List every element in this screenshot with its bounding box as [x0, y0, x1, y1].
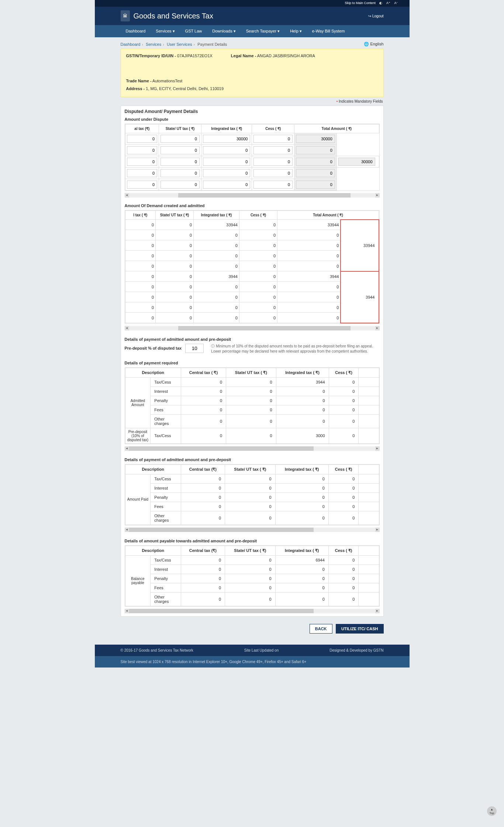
crumb-user-services[interactable]: User Services [167, 42, 192, 47]
hscroll[interactable]: ◄► [125, 193, 380, 198]
nav-help[interactable]: Help ▾ [285, 25, 307, 37]
crumb-services[interactable]: Services [146, 42, 161, 47]
font-minus[interactable]: A⁻ [394, 1, 398, 5]
back-button[interactable]: BACK [310, 624, 332, 634]
footer: © 2016-17 Goods and Services Tax Network… [95, 645, 410, 656]
mandatory-note: • Indicates Mandatory Fields [121, 97, 384, 106]
dispute-input[interactable] [253, 146, 293, 154]
dispute-input[interactable] [127, 169, 158, 177]
payment-required-table: Description Central tax ( ₹)State/ UT ta… [125, 368, 379, 444]
entity-info-box: GSTIN/Temporary ID/UIN - 07AJIPA1572EO1X… [121, 49, 384, 97]
pd-label: Pre-deposit % of disputed tax [125, 346, 182, 350]
topbar: Skip to Main Content ◐ A⁺ A⁻ [95, 0, 410, 7]
dispute-input[interactable] [203, 169, 251, 177]
logout-link[interactable]: ↪ Logout [368, 14, 383, 18]
demand-table: l tax ( ₹) State/ UT tax ( ₹) Integrated… [125, 210, 379, 323]
footer-viewport-note: Site best viewed at 1024 x 768 resolutio… [95, 656, 410, 668]
balance-payable-table: Description Central tax (₹)State/ UT tax… [125, 546, 379, 606]
dispute-input[interactable] [203, 146, 251, 154]
nav-services[interactable]: Services ▾ [151, 25, 180, 37]
hscroll[interactable]: ◄► [125, 446, 380, 451]
dispute-input[interactable] [127, 181, 158, 189]
nav-search[interactable]: Search Taxpayer ▾ [241, 25, 285, 37]
font-plus[interactable]: A⁺ [386, 1, 390, 5]
dispute-input[interactable] [253, 158, 293, 166]
pd-input[interactable] [185, 344, 204, 353]
dispute-input[interactable] [253, 169, 293, 177]
nav-gstlaw[interactable]: GST Law [180, 25, 207, 37]
dispute-input[interactable] [127, 146, 158, 154]
dispute-input[interactable] [203, 135, 251, 143]
amount-paid-table: Description Central tax (₹)State/ UT tax… [125, 464, 379, 525]
dispute-input[interactable] [253, 135, 293, 143]
navbar: Dashboard Services ▾ GST Law Downloads ▾… [95, 25, 410, 37]
contrast-icon[interactable]: ◐ [379, 1, 382, 5]
nav-downloads[interactable]: Downloads ▾ [207, 25, 241, 37]
dispute-input[interactable] [203, 158, 251, 166]
dispute-input[interactable] [203, 181, 251, 189]
breadcrumb: Dashboard› Services› User Services› Paym… [121, 40, 384, 49]
crumb-current: Payment Details [197, 42, 227, 47]
amount-paid-heading: Details of payment of admitted amount an… [121, 454, 383, 464]
lang-select[interactable]: 🌐 English [364, 42, 383, 47]
dispute-input[interactable] [160, 169, 200, 177]
dispute-input[interactable] [160, 135, 200, 143]
dispute-input[interactable] [160, 158, 200, 166]
nav-dashboard[interactable]: Dashboard [121, 25, 151, 37]
pre-deposit-heading: Details of payment of admitted amount an… [121, 333, 383, 344]
hscroll[interactable]: ◄► [125, 609, 380, 613]
payment-required-heading: Details of payment required [121, 357, 383, 367]
balance-payable-heading: Details of amount payable towards admitt… [121, 535, 383, 545]
nav-eway[interactable]: e-Way Bill System [307, 25, 350, 37]
dispute-input[interactable] [127, 135, 158, 143]
hscroll[interactable]: ◄► [125, 528, 380, 532]
header: 🏛 Goods and Services Tax ↪ Logout [95, 7, 410, 25]
disputed-amount-title: Disputed Amount/ Payment Details [121, 106, 383, 117]
dispute-input[interactable] [160, 181, 200, 189]
skip-link[interactable]: Skip to Main Content [345, 1, 376, 5]
amount-under-dispute-subtitle: Amount under Dispute [121, 117, 383, 124]
hscroll[interactable]: ◄► [125, 326, 380, 330]
crumb-dashboard[interactable]: Dashboard [121, 42, 141, 47]
utilize-itc-cash-button[interactable]: UTILIZE ITC/ CASH [336, 624, 384, 634]
dispute-input[interactable] [160, 146, 200, 154]
dispute-input[interactable] [127, 158, 158, 166]
demand-created-subtitle: Amount Of Demand created and admitted [121, 200, 383, 210]
site-title: Goods and Services Tax [134, 12, 213, 20]
dispute-table: al tax (₹) State/ UT tax ( ₹) Integrated… [125, 124, 379, 191]
dispute-input[interactable] [253, 181, 293, 189]
emblem-icon: 🏛 [121, 10, 130, 21]
pd-note: ⓘ Minimum of 10% of the disputed amount … [211, 344, 379, 354]
